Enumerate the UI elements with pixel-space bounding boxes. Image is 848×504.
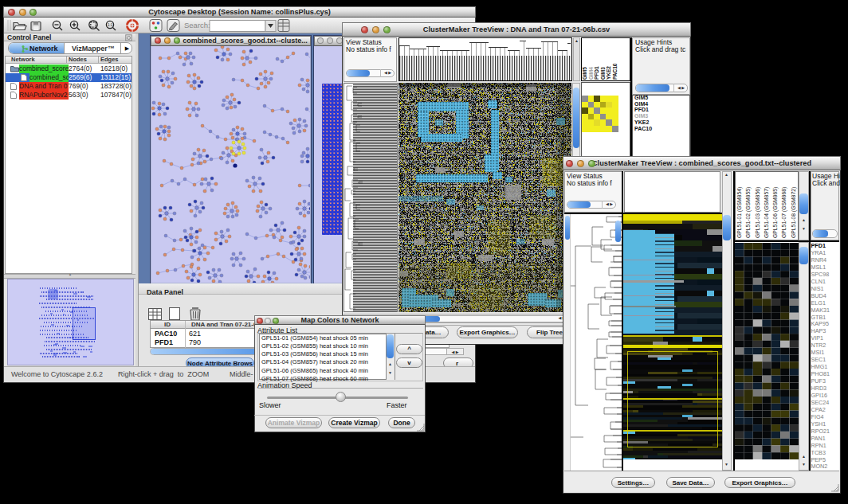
svg-text:1:1: 1:1	[108, 23, 113, 27]
svg-text:Search:: Search:	[184, 21, 210, 29]
